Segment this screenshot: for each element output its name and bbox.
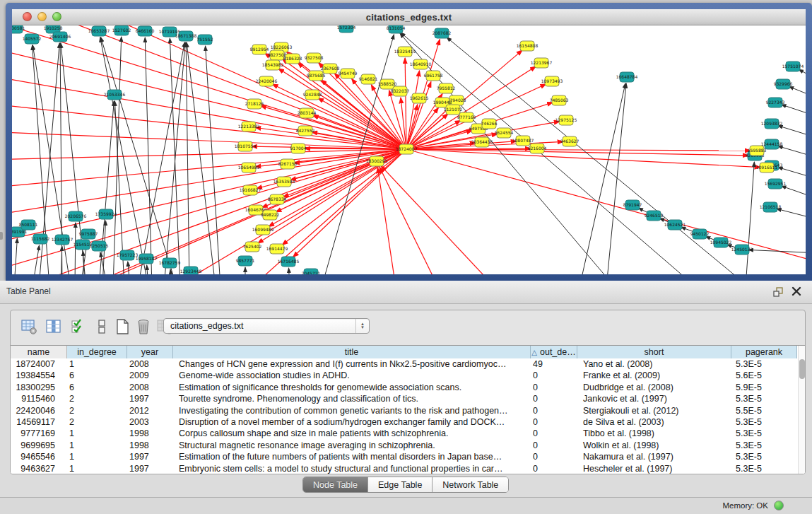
table-cell[interactable]: Estimation of significance thresholds fo… (173, 382, 531, 393)
table-cell[interactable]: Embryonic stem cells: a model to study s… (173, 463, 531, 474)
zoom-window-button[interactable] (52, 12, 61, 21)
graph-edge[interactable] (12, 47, 406, 149)
graph-edge[interactable] (75, 223, 76, 274)
table-cell[interactable]: 1 (67, 440, 127, 451)
table-header-row[interactable]: namein_degreeyeartitle△out_de…shortpager… (11, 346, 797, 358)
table-cell[interactable]: 1 (67, 451, 127, 462)
table-cell[interactable]: 5.3E-5 (731, 463, 797, 474)
table-cell[interactable]: 5.6E-5 (731, 370, 797, 381)
table-cell[interactable]: Yano et al. (2008) (577, 358, 731, 370)
table-cell[interactable]: 1998 (127, 428, 173, 439)
table-cell[interactable]: 0 (531, 405, 577, 416)
table-cell[interactable]: Corpus callosum shape and size in male p… (173, 428, 531, 439)
graph-edge[interactable] (381, 166, 495, 274)
table-cell[interactable]: 9699695 (11, 440, 67, 451)
table-cell[interactable]: 1998 (127, 440, 173, 451)
row-height-icon[interactable] (93, 318, 110, 335)
graph-edge[interactable] (33, 245, 40, 274)
table-panel-titlebar[interactable]: Table Panel (0, 281, 812, 304)
table-cell[interactable]: 0 (531, 370, 577, 381)
table-cell[interactable]: 2 (67, 393, 127, 404)
graph-edge[interactable] (288, 268, 290, 274)
table-cell[interactable]: Changes of HCN gene expression and I(f) … (173, 358, 531, 370)
table-cell[interactable]: 14569117 (11, 416, 67, 428)
table-cell[interactable]: 9777169 (11, 428, 67, 439)
table-cell[interactable]: Stergiakouli et al. (2012) (577, 405, 731, 416)
table-row[interactable]: 1938455462009Genome-wide association stu… (11, 370, 797, 381)
table-cell[interactable]: Investigating the contribution of common… (173, 405, 531, 416)
table-cell[interactable]: 22420046 (11, 405, 67, 416)
table-row[interactable]: 1456911722003Disruption of a novel membe… (11, 416, 797, 428)
attribute-table[interactable]: namein_degreeyeartitle△out_de…shortpager… (11, 345, 805, 474)
table-cell[interactable]: 5.3E-5 (731, 416, 797, 428)
table-cell[interactable]: 1997 (127, 393, 173, 404)
table-cell[interactable]: 49 (531, 358, 577, 370)
table-cell[interactable]: Dudbridge et al. (2008) (577, 382, 731, 393)
table-cell[interactable]: Disruption of a novel member of a sodium… (173, 416, 531, 428)
network-window-titlebar[interactable]: citations_edges.txt (12, 9, 806, 25)
table-cell[interactable]: 2009 (127, 370, 173, 381)
scrollbar-thumb[interactable] (799, 359, 805, 379)
column-header-short[interactable]: short (577, 346, 731, 358)
column-header-in-degree[interactable]: in_degree (67, 346, 127, 358)
graph-edge[interactable] (746, 162, 754, 274)
tab-node-table[interactable]: Node Table (303, 477, 368, 492)
delete-trash-icon[interactable] (135, 318, 152, 335)
graph-edge[interactable] (377, 168, 396, 274)
graph-edge[interactable] (406, 149, 760, 168)
table-cell[interactable]: 5.3E-5 (731, 358, 797, 370)
graph-edge[interactable] (400, 33, 615, 274)
table-vertical-scrollbar[interactable] (798, 346, 806, 474)
table-row[interactable]: 1830029562008Estimation of significance … (11, 382, 797, 393)
close-window-button[interactable] (23, 12, 32, 21)
graph-edge[interactable] (781, 186, 806, 199)
table-cell[interactable]: 1997 (127, 463, 173, 474)
graph-edge[interactable] (778, 146, 806, 158)
table-cell[interactable]: 6 (67, 370, 127, 381)
table-cell[interactable]: 5.3E-5 (731, 440, 797, 451)
table-cell[interactable]: 18724007 (11, 358, 67, 370)
network-canvas[interactable]: 2030581191025814055722069140610653287152… (12, 25, 806, 274)
table-cell[interactable]: 5.3E-5 (731, 451, 797, 462)
table-cell[interactable]: 2 (67, 405, 127, 416)
citation-network-graph[interactable]: 2030581191025814055722069140610653287152… (12, 25, 806, 274)
table-row[interactable]: 946362711997Embryonic stem cells: a mode… (11, 463, 797, 474)
graph-edge[interactable] (579, 83, 625, 274)
tab-network-table[interactable]: Network Table (433, 477, 508, 492)
table-cell[interactable]: 0 (531, 416, 577, 428)
graph-edge[interactable] (186, 42, 189, 274)
new-table-icon[interactable] (114, 318, 131, 335)
select-rows-icon[interactable] (70, 318, 87, 335)
column-header-name[interactable]: name (11, 346, 67, 358)
table-row[interactable]: 2242004622012Investigating the contribut… (11, 405, 797, 416)
graph-edge[interactable] (799, 69, 806, 81)
left-edge-handle[interactable] (0, 232, 3, 240)
table-cell[interactable]: Hescheler et al. (1997) (577, 463, 731, 474)
graph-edge[interactable] (606, 83, 626, 274)
table-cell[interactable]: 1997 (127, 451, 173, 462)
tab-edge-table[interactable]: Edge Table (368, 477, 433, 492)
table-settings-icon[interactable] (20, 318, 37, 335)
table-cell[interactable]: 2003 (127, 416, 173, 428)
table-cell[interactable]: 0 (531, 463, 577, 474)
table-cell[interactable]: 1 (67, 463, 127, 474)
graph-edge[interactable] (14, 238, 17, 274)
graph-edge[interactable] (147, 265, 148, 274)
minimize-window-button[interactable] (37, 12, 47, 21)
table-cell[interactable]: Tibbo et al. (1998) (577, 428, 731, 439)
table-cell[interactable]: 2008 (127, 358, 173, 370)
table-cell[interactable]: 19384554 (11, 370, 67, 381)
table-cell[interactable]: 9465546 (11, 451, 67, 462)
table-cell[interactable]: 5.9E-5 (731, 382, 797, 393)
table-cell[interactable]: Structural magnetic resonance image aver… (173, 440, 531, 451)
table-cell[interactable]: de Silva et al. (2003) (577, 416, 731, 428)
graph-edge[interactable] (782, 105, 806, 117)
column-header-title[interactable]: title (173, 346, 531, 358)
table-cell[interactable]: 2 (67, 416, 127, 428)
graph-edge[interactable] (777, 209, 806, 220)
graph-edge[interactable] (778, 126, 806, 139)
column-header-pagerank[interactable]: pagerank (731, 346, 797, 358)
table-cell[interactable]: 0 (531, 393, 577, 404)
table-row[interactable]: 946554611997Estimation of the future num… (11, 451, 797, 462)
table-cell[interactable]: 6 (67, 382, 127, 393)
